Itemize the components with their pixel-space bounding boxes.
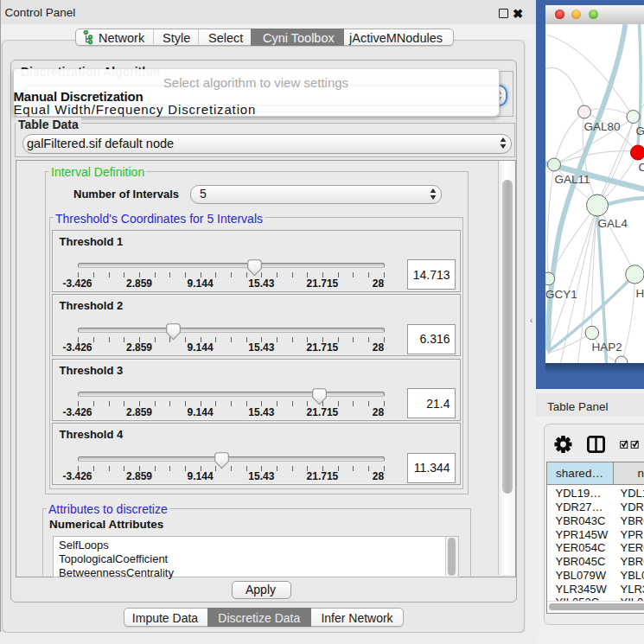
svg-text:GAL11: GAL11 (554, 173, 590, 186)
svg-text:C: C (638, 161, 644, 174)
svg-text:GAL4: GAL4 (597, 217, 628, 230)
svg-text:GCY1: GCY1 (545, 288, 577, 301)
svg-text:HAP2: HAP2 (591, 341, 622, 354)
svg-text:GA: GA (635, 124, 644, 137)
svg-text:GAL80: GAL80 (583, 120, 620, 133)
svg-text:H: H (635, 287, 644, 300)
